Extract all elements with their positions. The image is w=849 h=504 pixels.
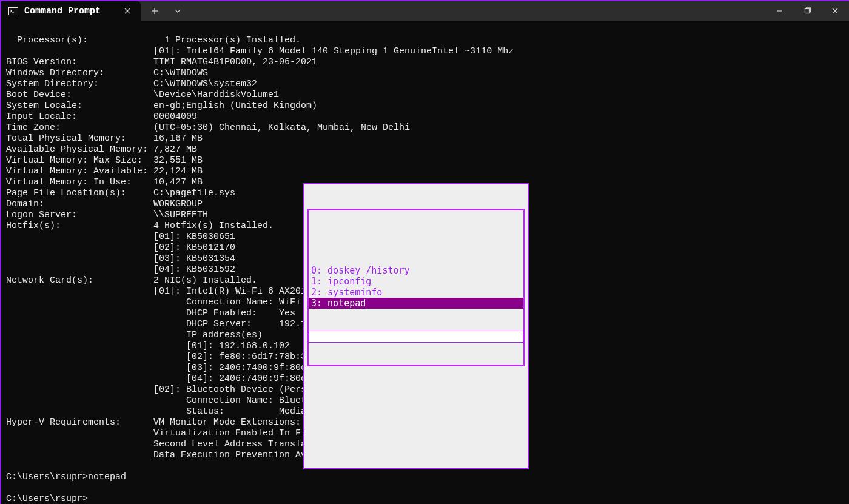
terminal-viewport[interactable]: Processor(s): 1 Processor(s) Installed. … <box>1 21 849 504</box>
history-item[interactable]: 2: systeminfo <box>309 287 523 298</box>
svg-rect-1 <box>9 8 18 15</box>
history-item[interactable]: 0: doskey /history <box>309 265 523 276</box>
tab-command-prompt[interactable]: Command Prompt <box>1 1 141 21</box>
svg-rect-10 <box>805 9 810 13</box>
command-history-input[interactable] <box>309 331 523 342</box>
new-tab-button[interactable] <box>144 1 165 21</box>
history-item[interactable]: 3: notepad <box>309 298 523 309</box>
titlebar-drag-region[interactable] <box>192 1 765 21</box>
command-history-popup: 0: doskey /history1: ipconfig2: systemin… <box>304 184 528 468</box>
minimize-button[interactable] <box>765 1 793 21</box>
tabstrip-actions <box>141 1 192 21</box>
window-controls <box>765 1 849 21</box>
tab-menu-button[interactable] <box>167 1 188 21</box>
maximize-button[interactable] <box>793 1 821 21</box>
tab-close-button[interactable] <box>121 5 133 17</box>
titlebar: Command Prompt <box>1 1 849 21</box>
tab-title: Command Prompt <box>24 6 115 16</box>
command-history-padding <box>307 388 525 444</box>
command-history-list[interactable]: 0: doskey /history1: ipconfig2: systemin… <box>309 232 523 309</box>
history-item[interactable]: 1: ipconfig <box>309 276 523 287</box>
cmd-icon <box>8 6 18 16</box>
close-window-button[interactable] <box>821 1 849 21</box>
